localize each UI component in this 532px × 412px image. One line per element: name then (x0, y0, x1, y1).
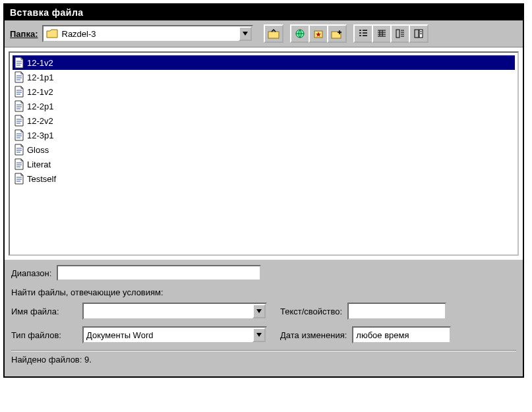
file-name: 12-1v2 (27, 87, 53, 97)
file-item[interactable]: 12-1v2 (13, 84, 515, 99)
file-item[interactable]: 12-1v2 (13, 55, 515, 70)
folder-icon (46, 29, 58, 38)
file-name: 12-2p1 (27, 102, 53, 111)
file-name: 12-1v2 (27, 58, 53, 68)
tool-group-web (290, 24, 347, 43)
details-view-button[interactable] (372, 24, 392, 43)
document-icon (14, 57, 24, 69)
titlebar: Вставка файла (5, 5, 523, 20)
filetype-combo[interactable]: Документы Word (82, 326, 267, 343)
filename-combo[interactable] (82, 303, 267, 320)
file-item[interactable]: Gloss (13, 142, 515, 157)
folder-dropdown[interactable]: Razdel-3 (42, 25, 253, 42)
filename-label: Имя файла: (11, 307, 77, 316)
svg-rect-0 (268, 32, 279, 38)
file-name: 12-2v2 (27, 116, 53, 126)
document-icon (14, 173, 24, 185)
find-section-label: Найти файлы, отвечающие условиям: (11, 287, 516, 297)
filetype-label: Тип файлов: (11, 330, 77, 340)
folder-label: Папка: (10, 29, 38, 39)
modified-value: любое время (353, 329, 450, 341)
modified-combo[interactable]: любое время (352, 326, 451, 343)
document-icon (14, 100, 24, 112)
file-item[interactable]: 12-1p1 (13, 70, 515, 84)
up-one-level-button[interactable] (264, 24, 283, 43)
svg-rect-5 (415, 30, 419, 38)
favorites-button[interactable] (309, 24, 328, 43)
filename-value (84, 310, 252, 312)
range-input[interactable] (57, 265, 261, 281)
document-icon (14, 129, 24, 141)
text-prop-value (349, 310, 445, 312)
search-web-button[interactable] (290, 24, 310, 43)
filetype-value: Документы Word (84, 329, 252, 341)
preview-view-button[interactable] (409, 24, 429, 43)
document-icon (14, 144, 24, 156)
range-label: Диапазон: (11, 268, 51, 278)
file-name: Literat (27, 160, 51, 169)
status-found: Найдено файлов: 9. (11, 355, 92, 365)
chevron-down-icon[interactable] (252, 328, 266, 342)
folder-name: Razdel-3 (61, 28, 239, 40)
file-item[interactable]: 12-2p1 (13, 99, 515, 113)
chevron-down-icon[interactable] (252, 304, 266, 318)
modified-label: Дата изменения: (280, 330, 347, 340)
tool-group-views (353, 24, 429, 43)
chevron-down-icon[interactable] (239, 26, 252, 41)
properties-view-button[interactable] (390, 24, 410, 43)
document-icon (14, 86, 24, 98)
file-name: Gloss (27, 145, 49, 155)
lower-panel: Диапазон: Найти файлы, отвечающие услови… (5, 260, 523, 376)
file-list[interactable]: 12-1v212-1p112-1v212-2p112-2v212-3p1Glos… (9, 51, 519, 256)
file-name: 12-3p1 (27, 131, 53, 140)
file-item[interactable]: Testself (13, 171, 515, 186)
file-item[interactable]: Literat (13, 157, 515, 171)
file-name: 12-1p1 (27, 73, 53, 82)
file-name: Testself (27, 174, 56, 184)
svg-rect-4 (396, 30, 399, 38)
insert-file-dialog: Вставка файла Папка: Razdel-3 (3, 3, 524, 378)
document-icon (14, 158, 24, 170)
new-folder-button[interactable] (327, 24, 347, 43)
document-icon (14, 71, 24, 83)
document-icon (14, 115, 24, 127)
file-item[interactable]: 12-2v2 (13, 113, 515, 128)
file-item[interactable]: 12-3p1 (13, 128, 515, 142)
toolbar: Папка: Razdel-3 (5, 20, 523, 47)
text-prop-label: Текст/свойство: (280, 307, 342, 316)
list-view-button[interactable] (353, 24, 373, 43)
text-prop-combo[interactable] (347, 303, 446, 320)
window-title: Вставка файла (10, 7, 84, 18)
